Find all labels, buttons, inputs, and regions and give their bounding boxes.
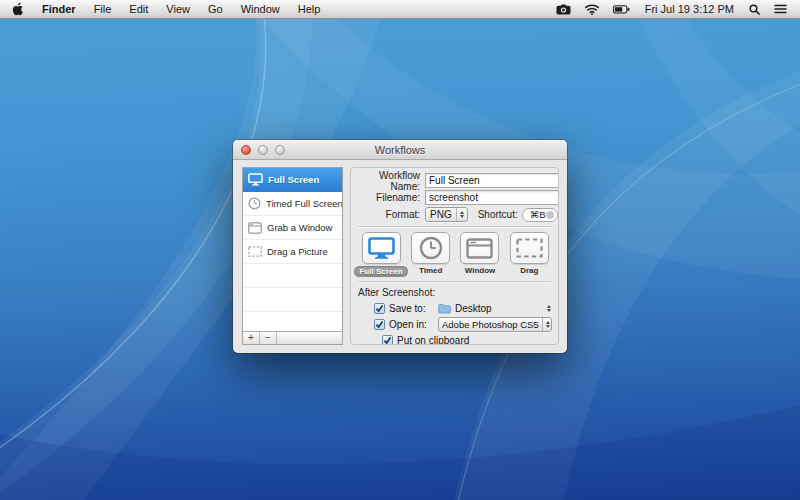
menu-bar-clock[interactable]: Fri Jul 19 3:12 PM xyxy=(637,3,742,15)
menu-bar: Finder File Edit View Go Window Help xyxy=(0,0,800,19)
mode-full-screen-button[interactable] xyxy=(362,232,401,264)
format-label: Format: xyxy=(358,209,420,220)
open-in-popup[interactable]: Adobe Photoshop CS5 xyxy=(438,317,552,332)
window-title: Workflows xyxy=(375,144,426,156)
mode-label: Timed xyxy=(419,266,442,275)
workflow-detail-panel: Workflow Name: Filename: Format: PNG xyxy=(350,167,559,345)
open-in-row: Open in: Adobe Photoshop CS5 xyxy=(374,317,551,331)
list-item-timed-full-screen[interactable]: Timed Full Screen xyxy=(243,192,342,216)
notification-center-menu-extra[interactable] xyxy=(767,0,794,18)
menu-item-go[interactable]: Go xyxy=(199,0,232,18)
save-to-value: Desktop xyxy=(455,303,492,314)
menu-item-view[interactable]: View xyxy=(157,0,199,18)
mode-timed[interactable]: Timed xyxy=(409,232,452,277)
capture-mode-buttons: Full Screen Timed xyxy=(358,232,551,277)
display-icon xyxy=(248,173,263,186)
list-item-label: Drag a Picture xyxy=(267,246,328,257)
list-item-label: Grab a Window xyxy=(267,222,332,233)
camera-icon xyxy=(556,4,571,15)
menu-item-finder[interactable]: Finder xyxy=(33,0,85,18)
apple-menu[interactable] xyxy=(0,0,33,18)
mode-full-screen[interactable]: Full Screen xyxy=(359,232,403,277)
filename-input[interactable] xyxy=(425,190,559,205)
separator xyxy=(358,226,551,228)
popup-stepper-icon xyxy=(456,208,467,221)
workflow-name-label: Workflow Name: xyxy=(358,170,420,192)
remove-workflow-button[interactable]: − xyxy=(260,332,277,344)
mode-drag-button[interactable] xyxy=(510,232,549,264)
menu-bar-left: Finder File Edit View Go Window Help xyxy=(0,0,329,18)
save-to-label: Save to: xyxy=(389,303,426,314)
list-item-drag-a-picture[interactable]: Drag a Picture xyxy=(243,240,342,264)
workflow-name-input[interactable] xyxy=(425,173,559,188)
zoom-button[interactable] xyxy=(275,145,285,155)
format-shortcut-row: Format: PNG Shortcut: ⌘B xyxy=(358,207,551,222)
open-in-checkbox[interactable] xyxy=(374,319,385,330)
battery-icon xyxy=(613,5,630,14)
apple-logo-icon xyxy=(12,2,24,16)
save-to-popup[interactable]: Desktop xyxy=(438,303,551,314)
search-icon xyxy=(749,4,760,15)
save-to-row: Save to: Desktop xyxy=(374,301,551,315)
clock-icon xyxy=(419,236,443,260)
window-content: Full Screen Timed Full Screen xyxy=(233,160,567,352)
clipboard-label: Put on clipboard xyxy=(397,335,469,346)
filename-label: Filename: xyxy=(358,192,420,203)
list-item-grab-a-window[interactable]: Grab a Window xyxy=(243,216,342,240)
wifi-icon xyxy=(585,4,599,15)
separator xyxy=(358,281,551,283)
traffic-lights xyxy=(241,145,285,155)
clear-shortcut-icon[interactable] xyxy=(546,211,554,219)
workflows-window: Workflows Full Screen xyxy=(233,140,567,353)
list-item-label: Timed Full Screen xyxy=(266,198,342,209)
filename-row: Filename: xyxy=(358,190,551,205)
title-bar[interactable]: Workflows xyxy=(233,140,567,160)
mode-label: Drag xyxy=(520,266,538,275)
checkmark-icon xyxy=(375,320,384,329)
clipboard-row: Put on clipboard xyxy=(382,333,551,345)
clipboard-checkbox[interactable] xyxy=(382,335,393,346)
mode-window[interactable]: Window xyxy=(458,232,501,277)
mode-label: Window xyxy=(465,266,496,275)
format-value: PNG xyxy=(426,209,456,220)
menu-item-edit[interactable]: Edit xyxy=(120,0,157,18)
open-in-value: Adobe Photoshop CS5 xyxy=(439,319,542,330)
shortcut-label: Shortcut: xyxy=(478,209,518,220)
minimize-button[interactable] xyxy=(258,145,268,155)
window-icon xyxy=(248,222,262,234)
menu-item-file[interactable]: File xyxy=(85,0,121,18)
list-item-empty xyxy=(243,288,342,312)
list-item-empty xyxy=(243,264,342,288)
display-icon xyxy=(368,237,395,259)
list-icon xyxy=(774,4,787,14)
shortcut-field[interactable]: ⌘B xyxy=(522,208,558,222)
list-footer: + − xyxy=(243,331,342,344)
close-button[interactable] xyxy=(241,145,251,155)
camera-menu-extra[interactable] xyxy=(549,0,578,18)
popup-stepper-icon xyxy=(542,318,553,331)
menu-item-window[interactable]: Window xyxy=(232,0,289,18)
format-popup[interactable]: PNG xyxy=(425,207,468,222)
drag-selection-icon xyxy=(248,246,262,257)
open-in-label: Open in: xyxy=(389,319,427,330)
menu-bar-status-area: Fri Jul 19 3:12 PM xyxy=(549,0,800,18)
wifi-menu-extra[interactable] xyxy=(578,0,606,18)
list-item-full-screen[interactable]: Full Screen xyxy=(243,168,342,192)
folder-icon xyxy=(438,303,451,314)
mode-window-button[interactable] xyxy=(460,232,499,264)
mode-drag[interactable]: Drag xyxy=(508,232,551,277)
clock-icon xyxy=(248,197,261,210)
workflow-name-row: Workflow Name: xyxy=(358,173,551,188)
spotlight-menu-extra[interactable] xyxy=(742,0,767,18)
workflow-rows: Full Screen Timed Full Screen xyxy=(243,168,342,331)
open-in-group: Open in: xyxy=(374,319,434,330)
add-workflow-button[interactable]: + xyxy=(243,332,260,344)
battery-menu-extra[interactable] xyxy=(606,0,637,18)
after-screenshot-title: After Screenshot: xyxy=(358,287,551,298)
list-item-label: Full Screen xyxy=(268,174,319,185)
mode-timed-button[interactable] xyxy=(411,232,450,264)
mode-label: Full Screen xyxy=(354,266,407,277)
checkmark-icon xyxy=(375,304,384,313)
menu-item-help[interactable]: Help xyxy=(289,0,330,18)
save-to-checkbox[interactable] xyxy=(374,303,385,314)
